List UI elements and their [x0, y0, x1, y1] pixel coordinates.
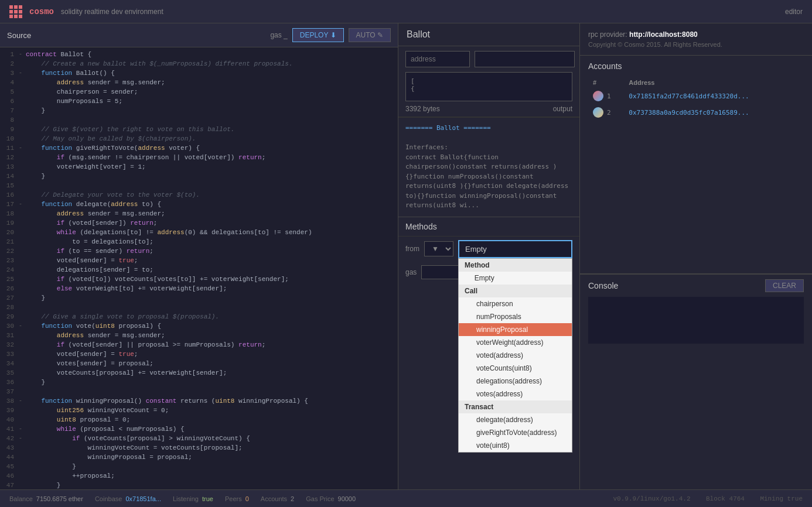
- dropdown-item-giverightto vote[interactable]: giveRightToVote(address): [459, 426, 572, 439]
- line-number: 2: [0, 59, 19, 68]
- abi-textarea[interactable]: [405, 72, 572, 101]
- code-line: 21 to = delegations[to];: [0, 237, 398, 246]
- code-line: 34 votes[sender] = proposal;: [0, 359, 398, 368]
- code-line: 5 chairperson = sender;: [0, 87, 398, 97]
- line-number: 39: [0, 406, 19, 415]
- dropdown-item-empty[interactable]: Empty: [459, 272, 572, 285]
- line-number: 5: [0, 87, 19, 97]
- dropdown-item-votes[interactable]: votes(address): [459, 388, 572, 400]
- dropdown-item-votecounts[interactable]: voteCounts(uint8): [459, 362, 572, 375]
- rpc-info: rpc provider: http://localhost:8080 Copy…: [580, 23, 812, 56]
- methods-title: Methods: [398, 217, 579, 237]
- method-select-display[interactable]: Empty: [458, 240, 572, 258]
- console-title: Console: [588, 281, 618, 290]
- line-toggle[interactable]: -: [19, 68, 26, 78]
- code-line: 39 uint256 winningVoteCount = 0;: [0, 406, 398, 415]
- code-line: 25 if (voted[to]) voteCounts[votes[to]] …: [0, 275, 398, 284]
- dropdown-item-vote[interactable]: vote(uint8): [459, 439, 572, 452]
- code-line: 12 if (msg.sender != chairperson || vote…: [0, 153, 398, 162]
- line-number: 8: [0, 115, 19, 125]
- line-code: }: [26, 106, 45, 115]
- code-line: 31 address sender = msg.sender;: [0, 331, 398, 340]
- line-code: if (voted[sender]) return;: [26, 218, 157, 228]
- right-panel: rpc provider: http://localhost:8080 Copy…: [580, 23, 812, 489]
- table-row: 10x71851fa2d77c8461ddf433320d...: [589, 88, 803, 104]
- line-number: 29: [0, 312, 19, 321]
- dropdown-group-transact: Transact: [459, 400, 572, 413]
- output-label: output: [553, 105, 572, 113]
- line-number: 6: [0, 97, 19, 106]
- account-number: 1: [607, 93, 611, 100]
- line-code: votes[sender] = proposal;: [26, 359, 153, 368]
- code-line: 17- function delegate(address to) {: [0, 200, 398, 209]
- line-code: function Ballot() {: [26, 68, 115, 78]
- methods-from-row: from ▼ Empty Method Empty Call chairpers…: [398, 237, 579, 262]
- line-number: 22: [0, 246, 19, 256]
- console-header: Console CLEAR: [588, 279, 804, 292]
- editor-link[interactable]: editor: [785, 8, 803, 16]
- code-editor[interactable]: 1-contract Ballot {2 // Create a new bal…: [0, 47, 398, 489]
- table-row: 20x737388a0a9cd0d35fc07a16589...: [589, 105, 803, 120]
- dropdown-item-numproposals[interactable]: numProposals: [459, 310, 572, 323]
- status-peers: Peers 0: [225, 495, 249, 502]
- auto-button[interactable]: AUTO ✎: [349, 28, 391, 42]
- code-line: 24 delegations[sender] = to;: [0, 265, 398, 275]
- accounts-header-row: # Address: [589, 78, 803, 87]
- code-line: 22 if (to == sender) return;: [0, 246, 398, 256]
- code-line: 20 while (delegations[to] != address(0) …: [0, 228, 398, 237]
- line-code: numProposals = 5;: [26, 97, 122, 106]
- code-line: 9 // Give $(voter) the right to vote on …: [0, 125, 398, 134]
- line-number: 4: [0, 78, 19, 87]
- line-code: while (proposal < numProposals) {: [26, 424, 185, 434]
- dropdown-item-voted[interactable]: voted(address): [459, 349, 572, 362]
- app-subtitle: solidity realtime dev environment: [61, 8, 163, 16]
- line-toggle[interactable]: -: [19, 143, 26, 153]
- address-hash-input[interactable]: 60008054337ff...: [475, 51, 575, 67]
- line-code: chairperson = sender;: [26, 87, 138, 97]
- code-line: 8: [0, 115, 398, 125]
- line-toggle[interactable]: -: [19, 50, 26, 59]
- line-number: 9: [0, 125, 19, 134]
- line-toggle[interactable]: -: [19, 434, 26, 443]
- line-code: delegations[sender] = to;: [26, 265, 153, 275]
- dropdown-item-voterweight[interactable]: voterWeight(address): [459, 336, 572, 349]
- topbar: cosmo solidity realtime dev environment …: [0, 0, 812, 23]
- line-code: if (voted[sender] || proposal >= numProp…: [26, 340, 265, 350]
- account-number: 2: [607, 109, 611, 117]
- from-select[interactable]: ▼: [424, 241, 453, 256]
- code-line: 43 winningVoteCount = voteCounts[proposa…: [0, 443, 398, 453]
- method-dropdown-menu[interactable]: Method Empty Call chairperson numProposa…: [458, 258, 572, 453]
- dropdown-item-delegate[interactable]: delegate(address): [459, 413, 572, 426]
- line-toggle[interactable]: -: [19, 424, 26, 434]
- gasprice-label: Gas Price: [306, 495, 334, 502]
- coinbase-value: 0x71851fa...: [125, 495, 161, 502]
- source-panel: Source gas _ DEPLOY ⬇ AUTO ✎ 1-contract …: [0, 23, 398, 489]
- statusbar: Balance 7150.6875 ether Coinbase 0x71851…: [0, 489, 812, 507]
- line-number: 1: [0, 50, 19, 59]
- code-line: 36 }: [0, 378, 398, 387]
- console-section: Console CLEAR: [580, 274, 812, 490]
- line-toggle[interactable]: -: [19, 396, 26, 406]
- line-number: 38: [0, 396, 19, 406]
- gas-label: gas _: [270, 31, 287, 39]
- line-number: 21: [0, 237, 19, 246]
- accounts-label: Accounts: [261, 495, 287, 502]
- line-number: 35: [0, 368, 19, 378]
- address-input[interactable]: [405, 51, 470, 67]
- gas-input-label: gas: [405, 268, 417, 276]
- source-header: Source gas _ DEPLOY ⬇ AUTO ✎: [0, 23, 398, 47]
- line-toggle[interactable]: -: [19, 321, 26, 331]
- line-code: // Give a single vote to proposal $(prop…: [26, 312, 219, 321]
- dropdown-item-delegations[interactable]: delegations(address): [459, 375, 572, 388]
- code-line: 23 voted[sender] = true;: [0, 256, 398, 265]
- line-toggle[interactable]: -: [19, 200, 26, 209]
- line-number: 40: [0, 415, 19, 424]
- clear-button[interactable]: CLEAR: [765, 279, 804, 292]
- dropdown-item-winningproposal[interactable]: winningProposal: [459, 323, 572, 336]
- dropdown-item-chairperson[interactable]: chairperson: [459, 297, 572, 310]
- mining-label: Mining: [760, 495, 783, 502]
- line-number: 11: [0, 143, 19, 153]
- line-number: 47: [0, 481, 19, 489]
- line-number: 10: [0, 134, 19, 143]
- deploy-button[interactable]: DEPLOY ⬇: [292, 28, 344, 42]
